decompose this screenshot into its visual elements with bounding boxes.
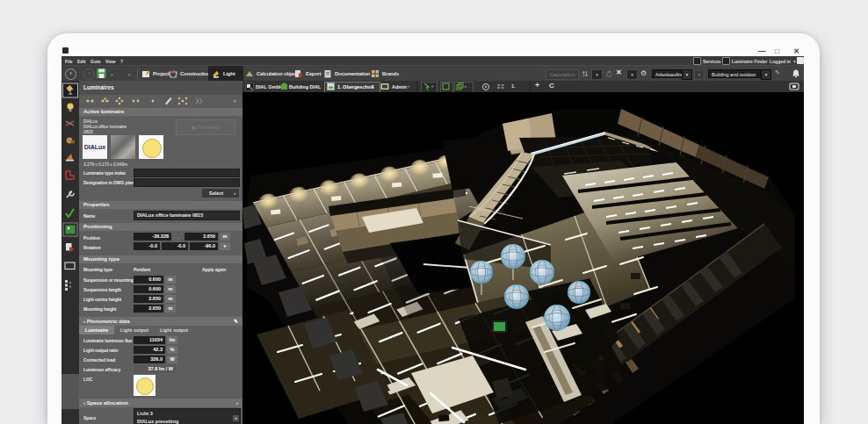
svg-text:▾: ▾: [234, 98, 236, 104]
